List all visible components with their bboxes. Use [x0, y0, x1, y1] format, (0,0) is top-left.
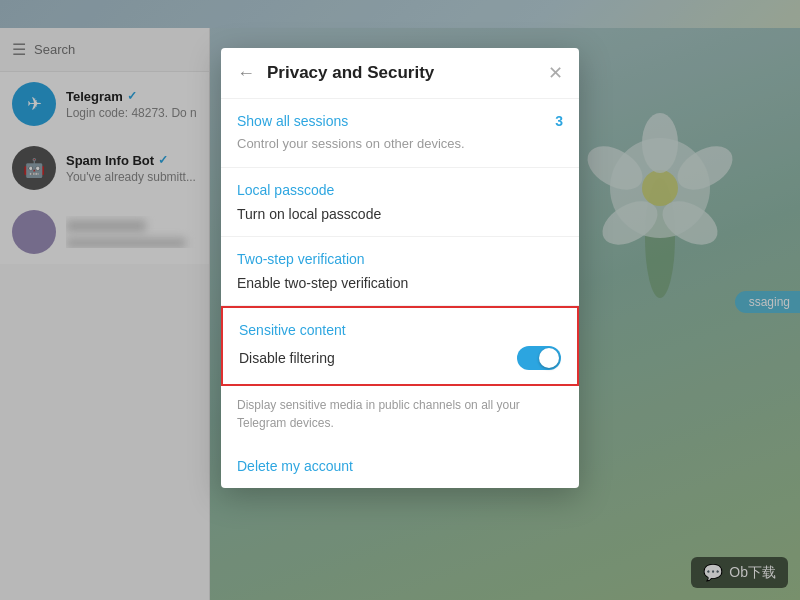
show-all-sessions-link[interactable]: Show all sessions	[237, 113, 563, 129]
sessions-desc: Control your sessions on other devices.	[237, 135, 563, 153]
modal-header: ← Privacy and Security ✕	[221, 48, 579, 99]
sensitive-content-section: Sensitive content Disable filtering	[221, 306, 579, 386]
sessions-badge: 3	[555, 113, 563, 129]
two-step-label: Two-step verification	[237, 251, 563, 267]
turn-on-passcode-item[interactable]: Turn on local passcode	[237, 206, 563, 222]
local-passcode-label: Local passcode	[237, 182, 563, 198]
delete-my-account-link[interactable]: Delete my account	[237, 458, 563, 474]
two-step-section: Two-step verification Enable two-step ve…	[221, 237, 579, 306]
disable-filtering-toggle[interactable]	[517, 346, 561, 370]
local-passcode-section: Local passcode Turn on local passcode	[221, 168, 579, 237]
modal-back-button[interactable]: ←	[237, 63, 255, 84]
disable-filtering-label: Disable filtering	[239, 350, 335, 366]
sessions-section: 3 Show all sessions Control your session…	[221, 99, 579, 168]
disable-filtering-row: Disable filtering	[239, 346, 561, 370]
modal-close-button[interactable]: ✕	[548, 62, 563, 84]
delete-account-section: Delete my account	[221, 444, 579, 488]
modal-body: 3 Show all sessions Control your session…	[221, 99, 579, 488]
sensitive-content-desc: Display sensitive media in public channe…	[221, 396, 579, 444]
enable-two-step-item[interactable]: Enable two-step verification	[237, 275, 563, 291]
modal-title: Privacy and Security	[267, 63, 536, 83]
privacy-security-modal: ← Privacy and Security ✕ 3 Show all sess…	[221, 48, 579, 488]
modal-overlay: ← Privacy and Security ✕ 3 Show all sess…	[0, 0, 800, 600]
sensitive-content-label: Sensitive content	[239, 322, 561, 338]
